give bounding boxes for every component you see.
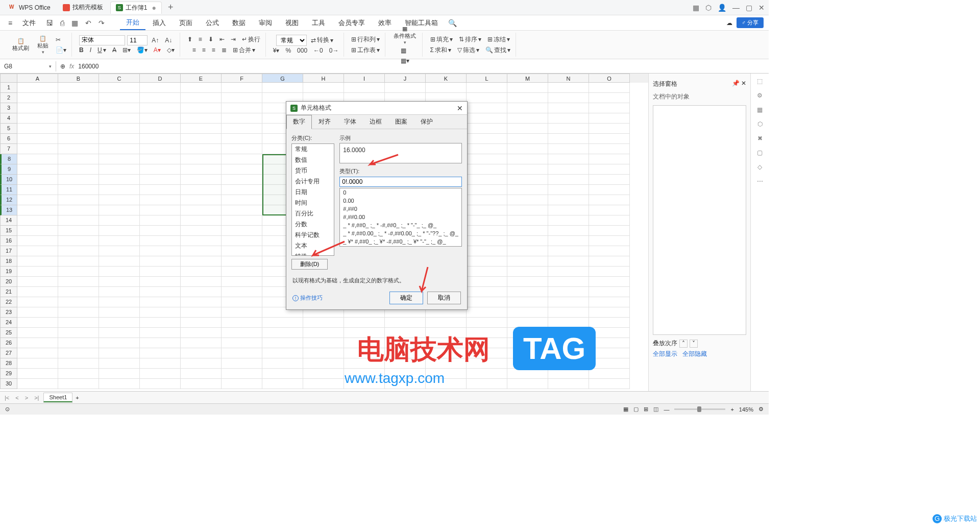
cell[interactable] (58, 103, 99, 113)
format-brush-button[interactable]: 📋格式刷 (9, 37, 32, 53)
category-item[interactable]: 时间 (292, 198, 334, 208)
cell[interactable] (58, 154, 99, 164)
cell[interactable] (467, 267, 507, 277)
cell[interactable] (140, 195, 181, 205)
cell[interactable] (222, 297, 262, 307)
cell[interactable] (99, 287, 140, 297)
cell[interactable] (181, 83, 222, 93)
cell[interactable] (222, 246, 262, 256)
category-item[interactable]: 分数 (292, 219, 334, 230)
cell[interactable] (222, 277, 262, 287)
cell[interactable] (589, 307, 630, 318)
cell[interactable] (467, 369, 507, 379)
align-justify-icon[interactable]: ≣ (219, 45, 229, 55)
cell[interactable] (140, 205, 181, 215)
row-header[interactable]: 17 (0, 246, 17, 256)
cell[interactable] (99, 134, 140, 144)
tips-link[interactable]: ! 操作技巧 (292, 294, 323, 302)
cell[interactable] (507, 124, 548, 134)
cell[interactable] (467, 307, 507, 318)
cell[interactable] (58, 297, 99, 307)
cell[interactable] (548, 103, 589, 113)
cell[interactable] (467, 93, 507, 103)
cell[interactable] (222, 307, 262, 318)
zoom-in-icon[interactable]: + (730, 406, 733, 413)
row-header[interactable]: 7 (0, 144, 17, 154)
cell[interactable] (507, 246, 548, 256)
row-header[interactable]: 1 (0, 83, 17, 93)
view-normal-icon[interactable]: ▦ (623, 406, 628, 413)
row-header[interactable]: 29 (0, 369, 17, 379)
cell[interactable] (589, 267, 630, 277)
type-list[interactable]: 00.00#,##0#,##0.00_ * #,##0_ ;_ * -#,##0… (339, 188, 462, 247)
cell[interactable] (507, 154, 548, 164)
cell[interactable] (507, 277, 548, 287)
tool5-icon[interactable]: ▢ (757, 149, 763, 156)
category-item[interactable]: 科学记数 (292, 230, 334, 240)
cell[interactable] (467, 185, 507, 195)
sum-button[interactable]: Σ 求和▾ (428, 45, 453, 56)
cell[interactable] (140, 277, 181, 287)
cell[interactable] (99, 83, 140, 93)
align-left-icon[interactable]: ≡ (190, 45, 198, 55)
zoom-slider[interactable] (674, 408, 725, 410)
preview-icon[interactable]: ▦ (68, 17, 81, 29)
menu-page[interactable]: 页面 (173, 16, 199, 30)
cell[interactable] (222, 328, 262, 338)
col-header[interactable]: C (99, 74, 140, 83)
cell[interactable] (140, 379, 181, 389)
cell[interactable] (140, 83, 181, 93)
percent-icon[interactable]: % (283, 46, 293, 55)
cell[interactable] (507, 236, 548, 246)
cell[interactable] (140, 164, 181, 175)
cell[interactable] (589, 226, 630, 236)
cell[interactable] (58, 358, 99, 369)
tab-protect[interactable]: 保护 (414, 115, 439, 129)
cell[interactable] (17, 369, 58, 379)
cell[interactable] (548, 307, 589, 318)
cell[interactable] (589, 134, 630, 144)
cell[interactable] (222, 338, 262, 348)
underline-icon[interactable]: U▾ (95, 45, 108, 55)
category-item[interactable]: 文本 (292, 240, 334, 251)
cell[interactable] (548, 175, 589, 185)
cell[interactable] (548, 185, 589, 195)
cell[interactable] (548, 154, 589, 164)
cell[interactable] (589, 369, 630, 379)
cell[interactable] (99, 358, 140, 369)
cell[interactable] (467, 226, 507, 236)
cell[interactable] (467, 236, 507, 246)
decrease-font-icon[interactable]: A↓ (163, 36, 174, 45)
cell[interactable] (548, 195, 589, 205)
type-list-item[interactable]: #,##0 (340, 205, 461, 213)
row-header[interactable]: 26 (0, 338, 17, 348)
menu-data[interactable]: 数据 (226, 16, 252, 30)
cell[interactable] (303, 318, 344, 328)
move-up-icon[interactable]: ˄ (679, 340, 688, 348)
cell[interactable] (58, 144, 99, 154)
cell[interactable] (99, 307, 140, 318)
font-color-icon[interactable]: A▾ (152, 45, 163, 55)
menu-file[interactable]: 文件 (16, 16, 42, 30)
cell[interactable] (99, 195, 140, 205)
cell[interactable] (181, 226, 222, 236)
wrap-button[interactable]: ↵ 换行 (240, 34, 262, 45)
view-page-icon[interactable]: ▢ (633, 406, 639, 413)
row-header[interactable]: 14 (0, 215, 17, 226)
cell[interactable] (181, 124, 222, 134)
decimal-dec-icon[interactable]: 0→ (327, 46, 341, 55)
cell[interactable] (589, 175, 630, 185)
cell[interactable] (140, 338, 181, 348)
cell[interactable] (17, 113, 58, 124)
cell[interactable] (58, 369, 99, 379)
cell[interactable] (222, 83, 262, 93)
cell[interactable] (140, 93, 181, 103)
col-header[interactable]: L (467, 74, 507, 83)
zoom-value[interactable]: 145% (739, 406, 753, 413)
cell[interactable] (17, 307, 58, 318)
cell[interactable] (58, 164, 99, 175)
cell[interactable] (222, 144, 262, 154)
cell[interactable] (589, 195, 630, 205)
tab-add-button[interactable]: + (164, 2, 178, 13)
cell[interactable] (222, 348, 262, 358)
